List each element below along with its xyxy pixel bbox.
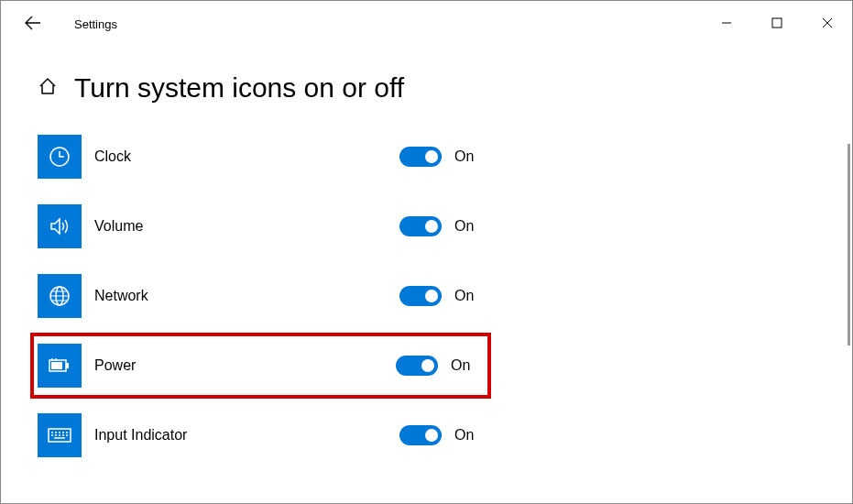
page-header: Turn system icons on or off [1,45,852,133]
toggle-network[interactable] [399,286,442,306]
page-title: Turn system icons on or off [74,72,404,104]
toggle-clock[interactable] [399,147,442,167]
home-icon [38,76,58,96]
toggle-state: On [454,288,491,304]
close-icon [822,17,833,28]
list-item-label: Volume [94,218,399,235]
close-button[interactable] [802,4,852,42]
list-item-label: Clock [94,148,399,165]
toggle-state: On [454,148,491,165]
minimize-button[interactable] [701,4,751,42]
svg-rect-0 [772,18,782,27]
minimize-icon [721,17,732,28]
toggle-input-indicator[interactable] [399,425,442,445]
maximize-button[interactable] [751,4,802,42]
toggle-power[interactable] [396,356,438,376]
list-item-label: Power [94,357,396,374]
back-arrow-icon [25,15,41,31]
toggle-state: On [454,427,491,444]
list-item-power: Power On [30,333,491,399]
scrollbar[interactable] [848,144,850,345]
toggle-state: On [454,218,491,235]
list-item-volume: Volume On [38,203,491,250]
back-button[interactable] [15,5,51,41]
list-item-label: Input Indicator [94,427,399,444]
titlebar: Settings [1,1,852,45]
svg-rect-6 [51,362,62,369]
power-icon [38,344,82,388]
maximize-icon [771,17,782,28]
list-item-network: Network On [38,272,491,320]
toggle-state: On [451,357,487,374]
toggle-volume[interactable] [399,216,442,236]
list-item-label: Network [94,288,399,304]
home-button[interactable] [38,76,58,100]
list-item-input-indicator: Input Indicator On [38,411,491,459]
network-icon [38,274,82,318]
icon-list: Clock On Volume On Network On Power On I… [1,133,852,459]
app-title: Settings [74,16,117,31]
clock-icon [38,135,82,179]
svg-rect-5 [66,363,69,368]
volume-icon [38,204,82,248]
input-indicator-icon [38,413,82,457]
list-item-clock: Clock On [38,133,491,181]
